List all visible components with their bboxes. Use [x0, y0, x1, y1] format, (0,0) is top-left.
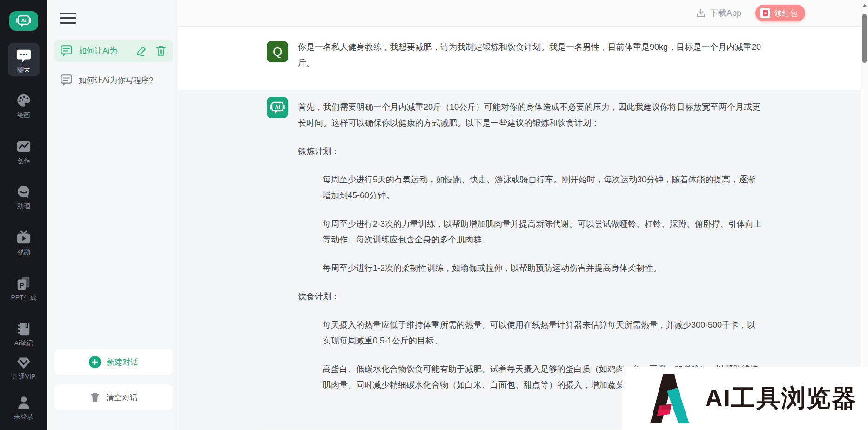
app-logo[interactable]: Ai [9, 11, 38, 31]
edit-pencil-icon[interactable] [135, 45, 148, 57]
answer-paragraph: 每周至少进行2-3次的力量训练，以帮助增加肌肉量并提高新陈代谢。可以尝试做哑铃、… [298, 216, 763, 248]
rail-item-label: 创作 [17, 157, 30, 164]
chat-icon [16, 47, 32, 63]
answer-paragraph: 锻炼计划： [298, 143, 763, 159]
brand-a-logo-icon [646, 373, 693, 423]
assistant-icon [16, 184, 32, 200]
new-chat-label: 新建对话 [107, 357, 138, 368]
brand-name: AI工具浏览器 [705, 382, 857, 415]
rail-item-draw[interactable]: 绘画 [8, 88, 40, 122]
conversation-bubble-icon [60, 74, 73, 87]
creation-icon [16, 139, 32, 155]
trash-icon [89, 392, 101, 403]
conversation-bubble-icon [60, 44, 73, 57]
user-icon [16, 395, 32, 410]
answer-avatar: Ai [267, 97, 288, 118]
red-packet-label: 领红包 [774, 8, 798, 19]
conversation-sidebar: 如何让Ai为 [47, 0, 178, 430]
new-chat-button[interactable]: 新建对话 [54, 349, 173, 375]
download-app-label: 下载App [710, 7, 741, 19]
left-rail: Ai 聊天 绘画 创作 [0, 0, 47, 430]
clear-chat-label: 清空对话 [106, 392, 138, 403]
rail-item-video[interactable]: 视频 [8, 225, 40, 259]
svg-text:Ai: Ai [21, 18, 27, 23]
rail-item-notes[interactable]: Ai笔记 [8, 316, 40, 350]
answer-paragraph: 每周至少进行5天的有氧运动，如慢跑、快走、游泳或骑自行车。刚开始时，每次运动30… [298, 172, 763, 203]
topbar: 下载App 领红包 [178, 0, 868, 27]
rail-item-label: Ai笔记 [14, 340, 33, 346]
conversation-title: 如何让Ai为 [79, 46, 130, 56]
rail-item-label: 助理 [17, 203, 30, 209]
rail-item-label: 绘画 [17, 112, 30, 118]
rail-item-chat[interactable]: 聊天 [8, 43, 40, 76]
rail-item-label: 未登录 [14, 413, 34, 420]
download-app-button[interactable]: 下载App [696, 7, 741, 19]
rail-item-label: 开通VIP [12, 373, 36, 380]
notebook-icon [16, 321, 32, 337]
answer-body: 首先，我们需要明确一个月内减重20斤（10公斤）可能对你的身体造成不必要的压力，… [298, 99, 763, 405]
watermark-brand: AI工具浏览器 [622, 367, 868, 430]
scrollbar-thumb[interactable] [862, 14, 867, 63]
rail-item-label: PPT生成 [11, 294, 36, 301]
palette-icon [16, 93, 32, 109]
rail-item-ppt[interactable]: P PPT生成 [8, 271, 40, 304]
rail-item-label: 聊天 [17, 66, 30, 73]
rail-item-create[interactable]: 创作 [8, 134, 40, 168]
conversation-item[interactable]: 如何让Ai为你写程序? [54, 69, 173, 91]
download-icon [696, 8, 706, 18]
vip-diamond-icon [16, 355, 32, 370]
conversation-item-active[interactable]: 如何让Ai为 [54, 40, 173, 62]
rail-item-label: 视频 [17, 249, 30, 255]
answer-paragraph: 饮食计划： [298, 289, 763, 304]
red-envelope-icon [760, 8, 770, 18]
rail-item-login[interactable]: 未登录 [8, 390, 40, 423]
rail-item-vip[interactable]: 开通VIP [8, 350, 40, 383]
question-avatar: Q [267, 41, 288, 62]
clear-chat-button[interactable]: 清空对话 [54, 384, 173, 410]
ppt-icon: P [16, 275, 32, 291]
chat-main: 下载App 领红包 Q 你是一名私人健身教练，我想要减肥，请为我制定锻炼和饮食计… [178, 0, 868, 430]
ai-bubble-avatar-icon: Ai [268, 98, 287, 117]
scrollbar-up-arrow[interactable] [862, 4, 867, 7]
svg-text:Ai: Ai [275, 104, 280, 110]
delete-trash-icon[interactable] [155, 45, 167, 57]
scrollbar[interactable] [861, 0, 868, 367]
conversation-title: 如何让Ai为你写程序? [79, 75, 167, 86]
question-avatar-letter: Q [273, 45, 282, 59]
plus-icon [89, 356, 101, 368]
app-window: Ai 聊天 绘画 创作 [0, 0, 868, 430]
answer-paragraph: 每周至少进行1-2次的柔韧性训练，如瑜伽或拉伸，以帮助预防运动伤害并提高身体柔韧… [298, 260, 763, 276]
question-text: 你是一名私人健身教练，我想要减肥，请为我制定锻炼和饮食计划。我是一名男性，目前体… [298, 39, 763, 71]
question-message: Q 你是一名私人健身教练，我想要减肥，请为我制定锻炼和饮食计划。我是一名男性，目… [178, 27, 861, 90]
red-packet-button[interactable]: 领红包 [755, 5, 805, 21]
svg-text:P: P [20, 282, 24, 289]
video-icon [16, 230, 32, 246]
ai-bubble-logo-icon: Ai [14, 12, 33, 30]
rail-item-assistant[interactable]: 助理 [8, 180, 40, 213]
answer-paragraph: 首先，我们需要明确一个月内减重20斤（10公斤）可能对你的身体造成不必要的压力，… [298, 99, 763, 131]
hamburger-menu-icon[interactable] [60, 11, 76, 25]
answer-paragraph: 每天摄入的热量应低于维持体重所需的热量。可以使用在线热量计算器来估算每天所需热量… [298, 317, 763, 349]
